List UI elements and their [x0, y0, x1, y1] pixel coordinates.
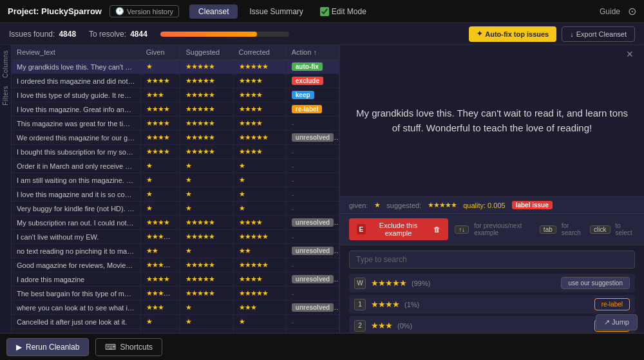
table-row[interactable]: Cancelled it after just one look at it. … [12, 315, 339, 329]
table-row[interactable]: My grandkids love this. They can't wait … [12, 60, 339, 74]
nav-tabs: Cleanset Issue Summary [189, 5, 312, 19]
shortcuts-button[interactable]: ⌨ Shortcuts [95, 338, 162, 356]
table-row[interactable]: I ordered this magazine and did not reco… [12, 74, 339, 88]
autofix-label: Auto-fix top issues [485, 30, 549, 38]
suggested-label: suggested: [386, 202, 421, 209]
exclude-letter-icon: E [357, 224, 366, 234]
cell-text: I love this magazine and it is so conven… [12, 187, 140, 202]
table-body: My grandkids love this. They can't wait … [12, 60, 339, 343]
cell-action: - [286, 315, 339, 329]
col-suggested[interactable]: Suggested [180, 45, 233, 60]
suggestion-row[interactable]: 1 ★★★★ (1%) re-label [349, 295, 635, 314]
suggestion-row[interactable]: 2 ★★★ (0%) re-label [349, 316, 635, 335]
col-review-text[interactable]: Review_text [12, 45, 140, 60]
autofix-button[interactable]: ✦ Auto-fix top issues [469, 26, 556, 42]
table-row[interactable]: I adore this magazine ★★★★ ★★★★★ ★★★★ un… [12, 272, 339, 287]
export-button[interactable]: ↓ Export Cleanset [562, 26, 635, 42]
sidebar-tab-filters[interactable]: Filters [1, 83, 10, 108]
tab-kbd: tab [540, 225, 556, 234]
cell-text: We ordered this magazine for our grand [12, 131, 140, 145]
sidebar-tab-columns[interactable]: Columns [1, 48, 10, 81]
cell-corrected: ★ [233, 202, 286, 216]
version-history-button[interactable]: 🕐 Version history [109, 5, 179, 17]
cell-given: ★★★★ [140, 216, 180, 230]
cell-text: I adore this magazine [12, 272, 140, 287]
tab-issue-summary[interactable]: Issue Summary [240, 5, 312, 19]
edit-mode-toggle[interactable]: Edit Mode [320, 7, 366, 16]
cell-suggested: ★★★★★ [180, 117, 233, 131]
table-row[interactable]: Order it in March and only receive 2 cop… [12, 159, 339, 173]
to-resolve: To resolve: 4844 [89, 30, 147, 39]
cell-text: I love this type of study guide. It real… [12, 88, 140, 102]
cell-suggested: ★ [180, 159, 233, 173]
resolve-count: 4844 [130, 30, 147, 39]
cell-corrected: ★ [233, 159, 286, 173]
cell-given: ★ [140, 60, 180, 74]
github-icon[interactable]: ⊙ [628, 5, 636, 17]
table-row[interactable]: I can't live without my EW. ★★★★★ ★★★★★ … [12, 230, 339, 244]
wand-icon: ✦ [477, 30, 482, 38]
cell-text: Order it in March and only receive 2 cop [12, 159, 140, 173]
table-row[interactable]: The best bargain for this type of magazi… [12, 287, 339, 301]
cell-given: ★★★ [140, 88, 180, 102]
cell-suggested: ★ [180, 187, 233, 202]
progress-bar [160, 32, 289, 37]
guide-link[interactable]: Guide [600, 7, 620, 16]
cell-corrected: ★★★★ [233, 102, 286, 117]
cell-action: - [286, 159, 339, 173]
cell-corrected: ★ [233, 187, 286, 202]
suggestion-stars: ★★★★ [371, 299, 399, 309]
table-row[interactable]: Good magazine for reviews, Movies, TV ★★… [12, 258, 339, 272]
cell-action: unresolved [286, 244, 339, 258]
table-row[interactable]: My subscription ran out. I could not tak… [12, 216, 339, 230]
table-row[interactable]: We ordered this magazine for our grand ★… [12, 131, 339, 145]
cell-text: I love this magazine. Great info and I r… [12, 102, 140, 117]
relabel-suggestion-button[interactable]: re-label [594, 298, 630, 310]
cell-suggested: ★★★★★ [180, 216, 233, 230]
rerun-button[interactable]: ▶ Rerun Cleanlab [6, 338, 89, 356]
cell-corrected: ★ [233, 315, 286, 329]
jump-button-container: ↗ Jump [596, 314, 638, 330]
table-row[interactable]: no text reading no pinching it to make i… [12, 244, 339, 258]
cell-corrected: ★★★★★ [233, 258, 286, 272]
cell-suggested: ★ [180, 315, 233, 329]
use-suggestion-button[interactable]: use our suggestion [561, 277, 630, 289]
cell-text: The best bargain for this type of magazi [12, 287, 140, 301]
right-panel: My grandkids love this. They can't wait … [340, 45, 644, 360]
cell-action: re-label [286, 102, 339, 117]
cell-given: ★ [140, 159, 180, 173]
table-row[interactable]: where you can look at to see what is on … [12, 301, 339, 315]
table-row[interactable]: I love this type of study guide. It real… [12, 88, 339, 102]
cell-suggested: ★★★★★ [180, 258, 233, 272]
tab-cleanset[interactable]: Cleanset [189, 5, 238, 19]
table-scroll[interactable]: Review_text Given Suggested Corrected Ac… [12, 45, 339, 343]
cell-corrected: ★★★★★ [233, 60, 286, 74]
shortcuts-label: Shortcuts [120, 343, 153, 352]
col-corrected[interactable]: Corrected [233, 45, 286, 60]
col-action[interactable]: Action ↑ [286, 45, 339, 60]
cell-suggested: ★★★★★ [180, 230, 233, 244]
table-row[interactable]: Very buggy for kindle fire (not HD). Wee… [12, 202, 339, 216]
suggestion-stars: ★★★★★ [371, 278, 406, 288]
exclude-bar: E Exclude this example 🗑 ↑↓ for previous… [340, 213, 644, 245]
cell-action: exclude [286, 74, 339, 88]
search-input[interactable] [349, 251, 635, 269]
table-row[interactable]: I love this magazine and it is so conven… [12, 187, 339, 202]
edit-mode-label-text: Edit Mode [332, 7, 366, 16]
given-stars: ★ [374, 201, 380, 209]
table-row[interactable]: This magazine was great for the times b … [12, 117, 339, 131]
edit-mode-checkbox[interactable] [320, 7, 329, 16]
cell-given: ★★★★★ [140, 287, 180, 301]
suggestion-row[interactable]: W ★★★★★ (99%) use our suggestion [349, 274, 635, 292]
cell-corrected: ★★★★ [233, 272, 286, 287]
table-row[interactable]: I bought this subscription for my son. H… [12, 145, 339, 159]
table-row[interactable]: I love this magazine. Great info and I r… [12, 102, 339, 117]
cell-action: unresolved [286, 272, 339, 287]
exclude-button[interactable]: E Exclude this example 🗑 [349, 218, 448, 240]
cell-text: I can't live without my EW. [12, 230, 140, 244]
col-given[interactable]: Given [140, 45, 180, 60]
table-row[interactable]: I am still waiting on this magazine. Was… [12, 173, 339, 187]
cell-corrected: ★★ [233, 244, 286, 258]
jump-button[interactable]: ↗ Jump [596, 314, 638, 330]
close-button[interactable]: ✕ [621, 48, 639, 61]
